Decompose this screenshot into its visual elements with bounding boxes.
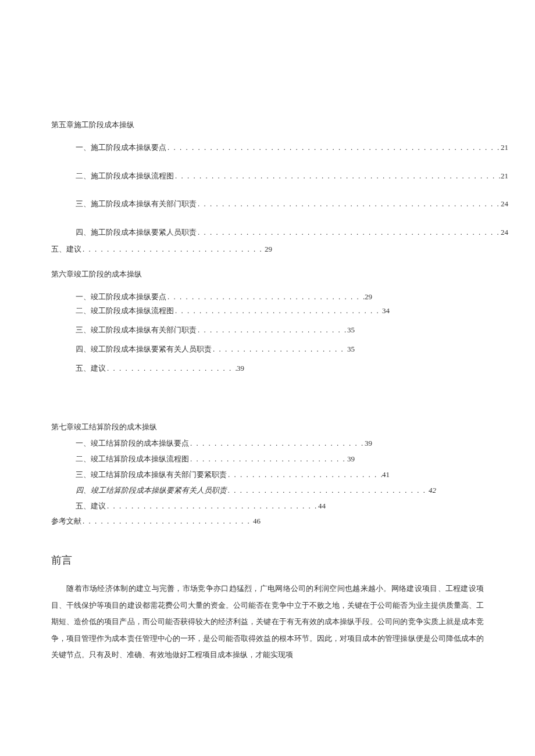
- toc-row-references: 参考文献 46: [51, 515, 261, 528]
- toc-label: 二、竣工阶段成本操纵流程图: [76, 305, 174, 317]
- chapter-6-toc: 一、竣工阶段成本操纵要点 29 二、竣工阶段成本操纵流程图 34 三、竣工阶段成…: [51, 291, 484, 375]
- toc-label: 一、竣工结算阶段的成本操纵要点: [76, 438, 189, 450]
- toc-page: 35: [347, 343, 355, 356]
- toc-page: 24: [501, 227, 508, 239]
- toc-page: 34: [382, 305, 390, 317]
- toc-page: 21: [501, 142, 508, 154]
- toc-dots: [166, 291, 365, 303]
- chapter-7-title: 第七章竣工结算阶段的成木操纵: [51, 421, 484, 433]
- toc-row: 二、施工阶段成本操纵流程图 21: [51, 170, 508, 182]
- toc-label: 二、施工阶段成本操纵流程图: [76, 170, 174, 182]
- toc-label: 四、施工阶段成本操纵要紧人员职责: [76, 227, 197, 239]
- toc-row: 二、竣工结算阶段成本操纵流程图 39: [51, 453, 355, 465]
- toc-label: 二、竣工结算阶段成本操纵流程图: [76, 453, 189, 465]
- toc-page: 46: [253, 515, 261, 528]
- toc-dots: [189, 453, 347, 465]
- toc-label: 一、竣工阶段成本操纵要点: [76, 291, 166, 303]
- toc-dots: [212, 343, 347, 356]
- chapter-7-section: 第七章竣工结算阶段的成木操纵 一、竣工结算阶段的成本操纵要点 39 二、竣工结算…: [51, 421, 484, 528]
- preface-body: 随着市场经济体制的建立与完善，市场竞争亦口趋猛烈，广电网络公司的利润空间也越来越…: [51, 581, 484, 664]
- toc-label: 三、施工阶段成本操纵有关部门职责: [76, 198, 197, 210]
- chapter-6-title: 第六章竣工阶段的成本操纵: [51, 268, 484, 281]
- toc-dots: [106, 363, 237, 375]
- toc-label: 三、竣工结算阶段成本操纵有关部门要紧职责: [76, 469, 227, 481]
- preface-section: 前言 随着市场经济体制的建立与完善，市场竞争亦口趋猛烈，广电网络公司的利润空间也…: [51, 552, 484, 664]
- toc-row: 一、竣工结算阶段的成本操纵要点 39: [51, 438, 372, 450]
- document-page: 第五章施工阶段成本操纵 一、施工阶段成本操纵要点 21 二、施工阶段成本操纵流程…: [0, 0, 535, 722]
- toc-page: 39: [237, 363, 244, 375]
- toc-page: 21: [501, 170, 508, 182]
- toc-label: 五、建议: [76, 363, 106, 375]
- toc-row: 四、施工阶段成本操纵要紧人员职责 24: [51, 227, 508, 239]
- toc-label: 四、竣工阶段成本操纵要紧有关人员职责: [76, 343, 212, 356]
- toc-dots: [189, 438, 365, 450]
- toc-row: 五、建议 44: [51, 500, 326, 513]
- toc-dots: [174, 170, 501, 182]
- toc-row: 五、建议 29: [51, 243, 272, 256]
- preface-text: 随着市场经济体制的建立与完善，市场竞争亦口趋猛烈，广电网络公司的利润空间也越来越…: [51, 584, 484, 659]
- toc-row: 一、施工阶段成本操纵要点 21: [51, 142, 508, 154]
- toc-row: 四、竣工阶段成本操纵要紧有关人员职责 35: [51, 343, 355, 356]
- toc-row: 三、竣工结算阶段成本操纵有关部门要紧职责 41: [51, 469, 390, 481]
- toc-dots: [197, 324, 347, 336]
- toc-dots: [197, 227, 501, 239]
- toc-label: 三、竣工阶段成本操纵有关部门职责: [76, 324, 197, 336]
- toc-page: 42: [429, 485, 436, 497]
- preface-title: 前言: [51, 552, 484, 569]
- toc-label: 五、建议: [51, 243, 81, 256]
- toc-page: 29: [265, 243, 272, 256]
- toc-page: 35: [347, 324, 355, 336]
- toc-page: 29: [365, 291, 372, 303]
- toc-row: 五、建议 39: [51, 363, 244, 375]
- toc-page: 41: [382, 469, 390, 481]
- toc-dots: [227, 469, 382, 481]
- chapter-5-section: 第五章施工阶段成本操纵 一、施工阶段成本操纵要点 21 二、施工阶段成本操纵流程…: [51, 119, 484, 256]
- toc-row: 三、竣工阶段成本操纵有关部门职责 35: [51, 324, 355, 336]
- toc-page: 44: [318, 500, 326, 513]
- toc-row: 四、竣工结算阶段成本操纵要紧有关人员职责 42: [51, 485, 436, 497]
- toc-label: 四、竣工结算阶段成本操纵要紧有关人员职责: [76, 485, 227, 497]
- toc-dots: [166, 142, 501, 154]
- toc-label: 一、施工阶段成本操纵要点: [76, 142, 166, 154]
- toc-row: 三、施工阶段成本操纵有关部门职责 24: [51, 198, 508, 210]
- chapter-6-section: 第六章竣工阶段的成本操纵 一、竣工阶段成本操纵要点 29 二、竣工阶段成本操纵流…: [51, 268, 484, 375]
- toc-page: 39: [365, 438, 372, 450]
- toc-dots: [81, 515, 253, 528]
- toc-label: 五、建议: [76, 500, 106, 513]
- toc-dots: [227, 485, 429, 497]
- chapter-5-title: 第五章施工阶段成本操纵: [51, 119, 484, 131]
- toc-row: 一、竣工阶段成本操纵要点 29: [51, 291, 372, 303]
- toc-dots: [81, 243, 265, 256]
- toc-dots: [174, 305, 382, 317]
- toc-dots: [197, 198, 501, 210]
- toc-dots: [106, 500, 318, 513]
- chapter-5-toc: 一、施工阶段成本操纵要点 21 二、施工阶段成本操纵流程图 21 三、施工阶段成…: [51, 142, 484, 239]
- toc-label: 参考文献: [51, 515, 81, 528]
- chapter-7-toc: 一、竣工结算阶段的成本操纵要点 39 二、竣工结算阶段成本操纵流程图 39 三、…: [51, 438, 484, 512]
- toc-row: 二、竣工阶段成本操纵流程图 34: [51, 305, 390, 317]
- toc-page: 24: [501, 198, 508, 210]
- toc-page: 39: [347, 453, 355, 465]
